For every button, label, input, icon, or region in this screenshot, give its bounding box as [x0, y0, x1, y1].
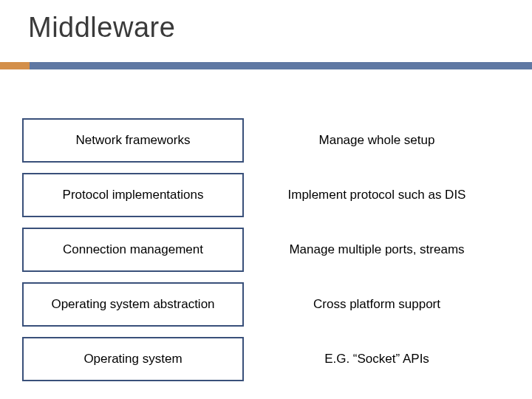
row-label: Protocol implementations: [63, 188, 204, 202]
diagram-row: Connection management Manage multiple po…: [22, 228, 510, 272]
row-description: Implement protocol such as DIS: [244, 173, 510, 217]
diagram-row: Network frameworks Manage whole setup: [22, 118, 510, 163]
row-label-box: Operating system: [22, 337, 244, 381]
row-desc-text: Implement protocol such as DIS: [288, 188, 466, 202]
row-description: Manage whole setup: [244, 118, 510, 163]
row-desc-text: Manage multiple ports, streams: [289, 242, 464, 257]
row-description: E.G. “Socket” APIs: [244, 337, 510, 381]
slide: Middleware Network frameworks Manage who…: [0, 0, 532, 399]
diagram-row: Operating system E.G. “Socket” APIs: [22, 337, 510, 381]
row-label: Network frameworks: [76, 133, 191, 148]
row-label-box: Connection management: [22, 228, 244, 272]
row-label-box: Network frameworks: [22, 118, 244, 163]
row-desc-text: Cross platform support: [313, 297, 440, 312]
row-desc-text: Manage whole setup: [319, 133, 435, 148]
diagram-row: Protocol implementations Implement proto…: [22, 173, 510, 217]
divider-line: [30, 62, 532, 69]
row-label: Connection management: [63, 242, 203, 257]
row-label: Operating system abstraction: [51, 297, 214, 312]
row-desc-text: E.G. “Socket” APIs: [324, 352, 429, 366]
divider-accent: [0, 62, 30, 69]
diagram-rows: Network frameworks Manage whole setup Pr…: [22, 118, 510, 392]
diagram-row: Operating system abstraction Cross platf…: [22, 282, 510, 327]
title-divider: [0, 62, 532, 69]
page-title: Middleware: [28, 12, 175, 44]
row-label-box: Protocol implementations: [22, 173, 244, 217]
row-description: Cross platform support: [244, 282, 510, 327]
row-label-box: Operating system abstraction: [22, 282, 244, 327]
row-description: Manage multiple ports, streams: [244, 228, 510, 272]
row-label: Operating system: [83, 352, 182, 366]
